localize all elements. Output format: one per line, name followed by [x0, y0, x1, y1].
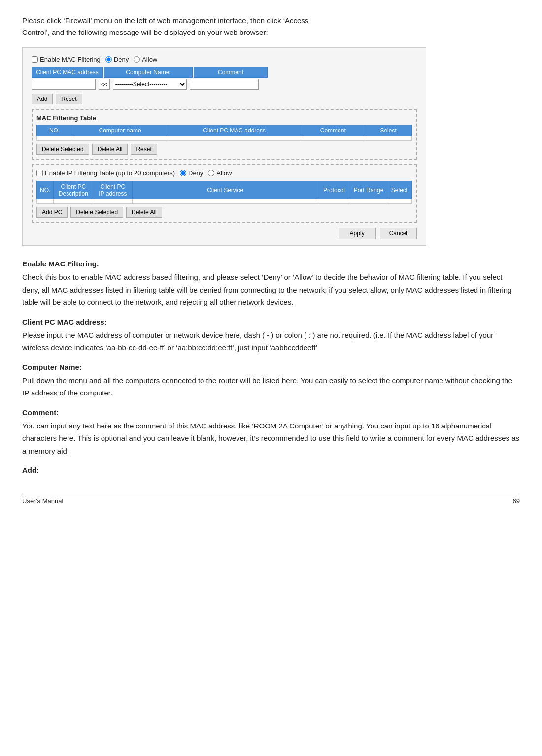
allow-radio-label[interactable]: Allow — [134, 56, 157, 63]
reset-button[interactable]: Reset — [56, 94, 82, 104]
enable-mac-checkbox[interactable] — [32, 56, 38, 63]
reset-button-2[interactable]: Reset — [131, 144, 157, 155]
ip-allow-radio[interactable] — [208, 170, 214, 176]
th-computer-name: Computer name — [72, 125, 168, 136]
ip-allow-radio-label[interactable]: Allow — [208, 169, 232, 177]
client-pc-body: Please input the MAC address of computer… — [22, 329, 520, 354]
enable-mac-body: Check this box to enable MAC address bas… — [22, 271, 520, 309]
col-header-comment: Comment — [194, 67, 268, 78]
intro-paragraph: Please click ‘Firewall’ menu on the left… — [22, 15, 520, 38]
enable-ip-checkbox[interactable] — [36, 170, 43, 176]
mac-filtering-top-row: Enable MAC Filtering Deny Allow — [32, 56, 417, 63]
computer-name-body: Pull down the menu and all the computers… — [22, 374, 520, 399]
computer-name-heading: Computer Name: — [22, 363, 520, 371]
deny-radio[interactable] — [105, 56, 112, 63]
mac-table-btn-row: Delete Selected Delete All Reset — [36, 144, 412, 155]
arrow-button[interactable]: << — [99, 79, 110, 90]
cancel-button[interactable]: Cancel — [380, 228, 417, 239]
add-pc-button[interactable]: Add PC — [36, 207, 68, 218]
th-select: Select — [365, 125, 412, 136]
delete-selected-button[interactable]: Delete Selected — [36, 144, 89, 155]
comment-input[interactable] — [190, 79, 259, 90]
ip-th-no: NO. — [37, 181, 54, 199]
col-header-computername: Computer Name: — [104, 67, 193, 78]
ip-deny-radio-label[interactable]: Deny — [180, 169, 203, 177]
ip-filter-table: NO. Client PCDescription Client PCIP add… — [36, 181, 412, 204]
enable-mac-heading: Enable MAC Filtering: — [22, 260, 520, 268]
ip-th-client-ip: Client PCIP address — [93, 181, 133, 199]
ip-th-select: Select — [387, 181, 412, 199]
th-comment: Comment — [301, 125, 365, 136]
ip-delete-selected-button[interactable]: Delete Selected — [70, 207, 123, 218]
deny-radio-label[interactable]: Deny — [105, 56, 129, 63]
client-pc-heading: Client PC MAC address: — [22, 318, 520, 326]
footer-page: 69 — [513, 497, 520, 505]
mac-filtering-table-section: MAC Filtering Table NO. Computer name Cl… — [32, 109, 417, 160]
ip-th-client-desc: Client PCDescription — [54, 181, 93, 199]
enable-ip-checkbox-label[interactable]: Enable IP Filtering Table (up to 20 comp… — [36, 169, 175, 177]
ip-filtering-section: Enable IP Filtering Table (up to 20 comp… — [32, 164, 417, 223]
add-heading: Add: — [22, 466, 520, 474]
ip-deny-radio[interactable] — [180, 170, 186, 176]
comment-heading: Comment: — [22, 408, 520, 417]
footer-label: User’s Manual — [22, 497, 63, 505]
add-button[interactable]: Add — [32, 94, 53, 104]
form-input-row: << ---------Select--------- — [32, 79, 417, 90]
delete-all-button[interactable]: Delete All — [92, 144, 128, 155]
ip-btn-row: Add PC Delete Selected Delete All — [36, 207, 412, 218]
mac-filter-table: NO. Computer name Client PC MAC address … — [36, 125, 412, 141]
table-row — [37, 136, 412, 141]
col-header-mac: Client PC MAC address — [32, 67, 103, 78]
screenshot-box: Enable MAC Filtering Deny Allow Client P… — [22, 47, 426, 246]
footer: User’s Manual 69 — [22, 494, 520, 505]
ip-th-protocol: Protocol — [318, 181, 350, 199]
apply-cancel-row: Apply Cancel — [32, 228, 417, 239]
allow-radio[interactable] — [134, 56, 140, 63]
enable-mac-checkbox-label[interactable]: Enable MAC Filtering — [32, 56, 101, 63]
th-client-mac: Client PC MAC address — [168, 125, 301, 136]
computer-name-select[interactable]: ---------Select--------- — [113, 79, 187, 90]
apply-button[interactable]: Apply — [339, 228, 376, 239]
th-no: NO. — [37, 125, 72, 136]
mac-address-input[interactable] — [32, 79, 96, 90]
add-reset-row: Add Reset — [32, 94, 417, 104]
comment-body: You can input any text here as the comme… — [22, 420, 520, 458]
ip-table-row — [37, 199, 412, 204]
ip-delete-all-button[interactable]: Delete All — [126, 207, 162, 218]
ip-th-port-range: Port Range — [350, 181, 387, 199]
ip-filtering-top-row: Enable IP Filtering Table (up to 20 comp… — [36, 169, 412, 177]
ip-th-client-service: Client Service — [133, 181, 318, 199]
mac-table-title: MAC Filtering Table — [36, 114, 412, 122]
